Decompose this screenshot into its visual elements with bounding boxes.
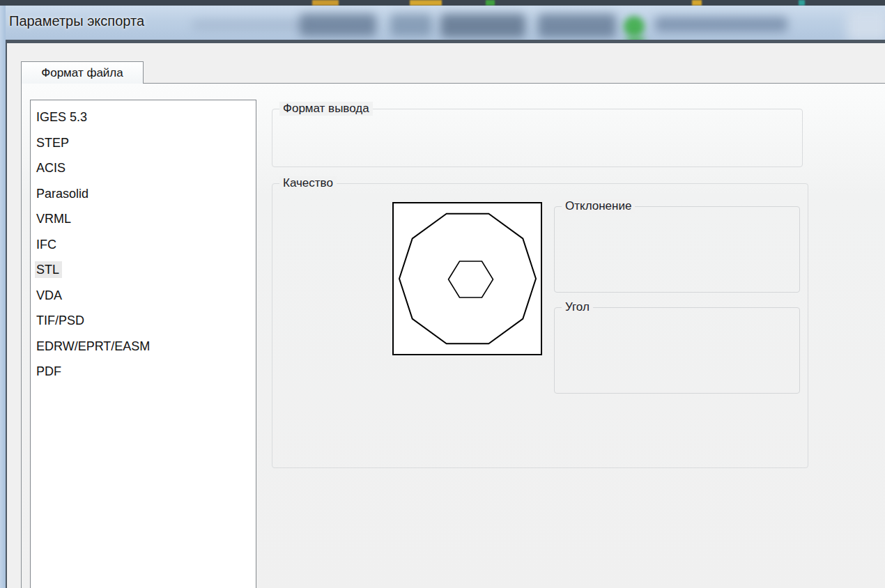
list-item-parasolid[interactable]: Parasolid	[31, 181, 256, 207]
group-output-format: Формат вывода	[272, 109, 803, 167]
dialog-titlebar[interactable]: Параметры экспорта	[0, 6, 885, 40]
background-icon-fragment	[486, 0, 495, 6]
background-blur-blob	[440, 14, 525, 38]
window-border-left	[0, 6, 6, 588]
list-item-acis[interactable]: ACIS	[31, 155, 256, 181]
list-item-iges[interactable]: IGES 5.3	[31, 105, 256, 130]
list-item-vrml[interactable]: VRML	[31, 206, 256, 232]
list-item-stl[interactable]: STL	[31, 257, 256, 283]
group-quality-label: Качество	[279, 176, 337, 190]
tab-label: Формат файла	[41, 66, 123, 80]
background-blur-blob	[847, 10, 885, 40]
background-icon-fragment	[799, 0, 805, 6]
window-title: Параметры экспорта	[9, 13, 144, 29]
background-blur-blob	[300, 14, 376, 36]
background-blur-blob	[538, 14, 616, 38]
list-item-edrw[interactable]: EDRW/EPRT/EASM	[31, 334, 256, 359]
background-blur-blob	[655, 17, 787, 32]
background-icon-fragment	[410, 0, 442, 6]
list-item-tif-psd[interactable]: TIF/PSD	[31, 308, 256, 334]
background-app-strip	[0, 0, 885, 6]
background-icon-fragment	[692, 0, 702, 6]
tab-file-format[interactable]: Формат файла	[21, 61, 144, 84]
list-item-step[interactable]: STEP	[31, 130, 256, 156]
list-item-ifc[interactable]: IFC	[31, 232, 256, 258]
background-blur-blob	[192, 20, 307, 31]
background-icon-fragment	[312, 0, 339, 6]
group-output-format-label: Формат вывода	[279, 102, 373, 116]
mesh-preview	[392, 202, 542, 355]
list-item-vda[interactable]: VDA	[31, 283, 256, 309]
mesh-preview-drawing	[394, 203, 541, 354]
list-item-pdf[interactable]: PDF	[31, 359, 256, 385]
background-blur-blob	[624, 16, 645, 37]
group-angle: Угол	[554, 307, 800, 394]
group-deviation: Отклонение	[554, 206, 800, 293]
group-angle-label: Угол	[562, 300, 593, 314]
format-list[interactable]: IGES 5.3 STEP ACIS Parasolid VRML IFC ST…	[30, 100, 256, 588]
group-deviation-label: Отклонение	[562, 199, 635, 213]
background-blur-blob	[390, 14, 432, 36]
